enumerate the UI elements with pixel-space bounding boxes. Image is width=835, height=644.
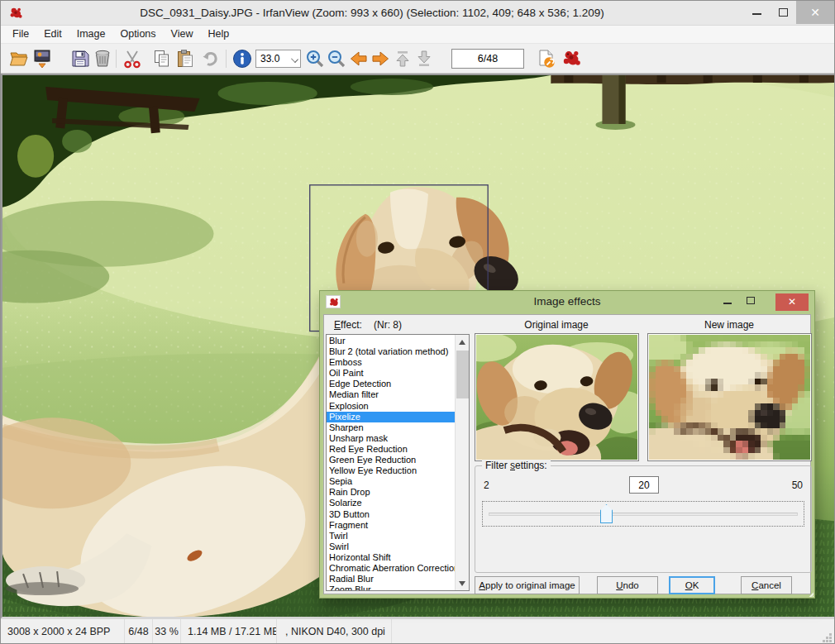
info-icon[interactable]: [232, 49, 252, 69]
toolbar: [1, 44, 834, 74]
effect-number: (Nr: 8): [374, 318, 402, 332]
slider-groove[interactable]: [489, 513, 798, 516]
slider-thumb[interactable]: [600, 504, 613, 523]
save-icon[interactable]: [70, 49, 90, 69]
effect-item[interactable]: Zoom Blur: [327, 584, 455, 591]
menu-bar: FileEditImageOptionsViewHelp: [1, 26, 834, 44]
dialog-title-bar[interactable]: Image effects ✕: [320, 291, 814, 313]
open-icon[interactable]: [9, 49, 29, 69]
effect-item[interactable]: Pixelize: [327, 412, 455, 422]
status-bar: 3008 x 2000 x 24 BPP 6/48 33 % 1.14 MB /…: [1, 618, 834, 644]
effect-item[interactable]: Median filter: [327, 389, 455, 400]
toolbar-separator: [226, 50, 227, 68]
effect-item[interactable]: Blur 2 (total variation method): [327, 346, 455, 357]
ok-button[interactable]: OK: [669, 576, 715, 594]
menu-item-help[interactable]: Help: [200, 26, 236, 44]
undo-icon[interactable]: [200, 49, 220, 69]
prev-image-icon[interactable]: [349, 49, 369, 69]
original-image-preview: [475, 333, 639, 461]
effect-item[interactable]: Radial Blur: [327, 574, 455, 584]
effect-item[interactable]: Rain Drop: [327, 487, 455, 498]
status-dimensions: 3008 x 2000 x 24 BPP: [1, 619, 125, 644]
menu-item-options[interactable]: Options: [112, 26, 163, 44]
properties-icon[interactable]: [537, 49, 556, 69]
effect-item[interactable]: 3D Button: [327, 509, 455, 520]
resize-grip[interactable]: [822, 632, 833, 643]
slider-min-label: 2: [484, 479, 489, 491]
filter-slider[interactable]: [482, 501, 804, 527]
toolbar-separator: [116, 50, 117, 68]
dialog-close-button[interactable]: ✕: [775, 293, 809, 311]
scroll-up-icon[interactable]: [456, 335, 470, 349]
effect-item[interactable]: Sharpen: [327, 422, 455, 433]
effect-label: Effect:: [334, 318, 362, 332]
dialog-body: Effect: (Nr: 8) Original image New image…: [323, 314, 811, 594]
effect-item[interactable]: Emboss: [327, 357, 455, 368]
window-title: DSC_0931_Daisy.JPG - IrfanView (Zoom: 99…: [1, 1, 743, 26]
cut-icon[interactable]: [122, 49, 142, 69]
apply-button[interactable]: Apply to original image: [475, 576, 580, 594]
menu-item-file[interactable]: File: [5, 26, 36, 44]
effect-item[interactable]: Unsharp mask: [327, 433, 455, 444]
maximize-button[interactable]: [779, 8, 788, 17]
effect-item[interactable]: Chromatic Aberration Correction: [327, 563, 455, 574]
next-image-icon[interactable]: [370, 49, 390, 69]
effect-item[interactable]: Yellow Eye Reduction: [327, 465, 455, 476]
effects-scrollbar[interactable]: [455, 335, 469, 590]
effect-item[interactable]: Oil Paint: [327, 368, 455, 379]
dialog-minimize-button[interactable]: [723, 303, 732, 304]
effect-item[interactable]: Twirl: [327, 531, 455, 541]
status-zoom: 33 %: [153, 619, 181, 644]
dialog-title: Image effects: [320, 291, 814, 313]
cancel-button[interactable]: Cancel: [741, 576, 792, 594]
close-button[interactable]: ✕: [796, 1, 834, 24]
scrollbar-thumb[interactable]: [456, 351, 469, 398]
irfanview-mascot-icon[interactable]: [561, 49, 581, 69]
zoom-out-icon[interactable]: [327, 49, 346, 69]
image-counter-input[interactable]: [452, 50, 523, 68]
undo-button[interactable]: Undo: [597, 576, 658, 594]
chevron-down-icon[interactable]: [291, 55, 298, 63]
effect-item[interactable]: Explosion: [327, 401, 455, 412]
last-image-icon[interactable]: [414, 49, 434, 69]
effects-list: BlurBlur 2 (total variation method)Embos…: [327, 336, 455, 591]
slideshow-icon[interactable]: [32, 49, 52, 69]
first-image-icon[interactable]: [393, 49, 413, 69]
slider-value-field[interactable]: [629, 476, 659, 494]
menu-item-edit[interactable]: Edit: [36, 26, 69, 44]
menu-item-image[interactable]: Image: [69, 26, 113, 44]
paste-icon[interactable]: [175, 49, 195, 69]
effect-item[interactable]: Sepia: [327, 476, 455, 487]
effects-listbox: BlurBlur 2 (total variation method)Embos…: [326, 334, 470, 591]
dialog-maximize-button[interactable]: [747, 297, 755, 304]
title-bar: DSC_0931_Daisy.JPG - IrfanView (Zoom: 99…: [1, 1, 834, 26]
image-effects-dialog: Image effects ✕ Effect: (Nr: 8) Original…: [319, 290, 815, 599]
scroll-down-icon[interactable]: [456, 576, 470, 590]
slider-value-input[interactable]: [630, 477, 658, 493]
zoom-in-icon[interactable]: [305, 49, 325, 69]
effect-item[interactable]: Green Eye Reduction: [327, 455, 455, 465]
effect-item[interactable]: Edge Detection: [327, 379, 455, 389]
effect-item[interactable]: Red Eye Reduction: [327, 444, 455, 455]
original-image-label: Original image: [524, 318, 588, 332]
copy-icon[interactable]: [152, 49, 172, 69]
effect-item[interactable]: Blur: [327, 336, 455, 346]
zoom-input[interactable]: [256, 50, 288, 67]
effect-item[interactable]: Solarize: [327, 498, 455, 508]
irfanview-window: DSC_0931_Daisy.JPG - IrfanView (Zoom: 99…: [0, 0, 835, 644]
slider-max-label: 50: [792, 479, 803, 491]
delete-icon[interactable]: [93, 49, 112, 69]
dialog-resize-grip[interactable]: [802, 585, 814, 597]
menu-item-view[interactable]: View: [164, 26, 201, 44]
status-filesize: 1.14 MB / 17.21 MB: [181, 619, 277, 644]
status-camera: , NIKON D40, 300 dpi: [277, 619, 392, 644]
status-index: 6/48: [125, 619, 153, 644]
effect-item[interactable]: Fragment: [327, 520, 455, 531]
image-counter-field[interactable]: [451, 49, 524, 69]
new-image-preview: [647, 333, 812, 461]
effect-item[interactable]: Horizontal Shift: [327, 552, 455, 563]
filter-settings-group: Filter settings: 2 50: [475, 465, 812, 573]
effect-item[interactable]: Swirl: [327, 541, 455, 552]
zoom-combobox[interactable]: [255, 50, 301, 68]
minimize-button[interactable]: [752, 13, 761, 15]
